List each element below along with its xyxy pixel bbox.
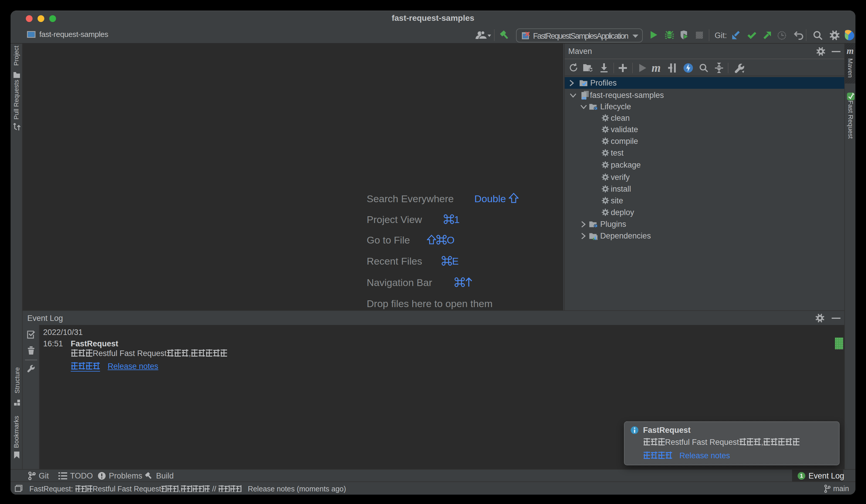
svg-text:1: 1	[800, 473, 803, 479]
svg-text:m: m	[582, 95, 586, 100]
